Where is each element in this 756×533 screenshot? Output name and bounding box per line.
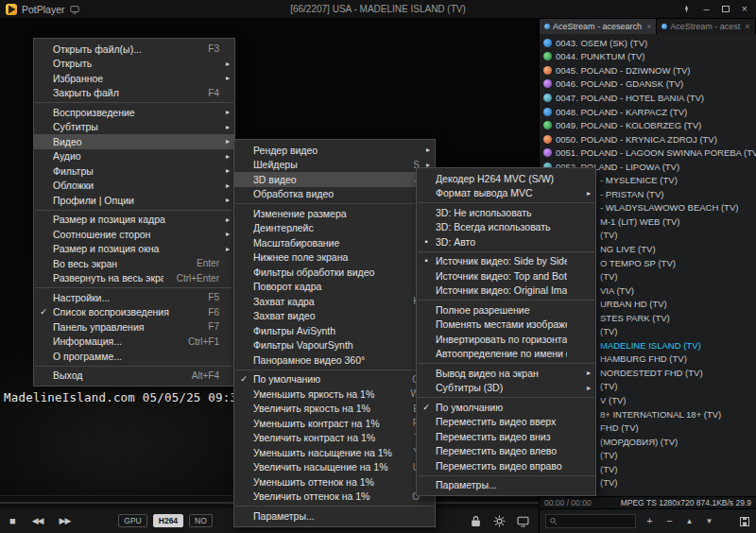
menu-item[interactable]: ✓По умолчаниюQ [234, 372, 435, 387]
menu-item[interactable]: Панорамное видео 360°▸ [234, 352, 435, 368]
menu-item[interactable]: Деинтерлейс▸ [234, 221, 435, 236]
titlebar[interactable]: PotPlayer [66/2207] USA - MADELINE ISLAN… [0, 0, 756, 19]
menu-item[interactable]: ✓Список воспроизведенияF6 [34, 305, 234, 320]
menu-item[interactable]: Фильтры обработки видео▸ [234, 265, 435, 280]
move-up-button[interactable]: ▲ [683, 518, 696, 525]
move-down-button[interactable]: ▼ [703, 518, 715, 525]
control-panel-icon[interactable] [517, 515, 529, 527]
menu-item[interactable]: Субтитры▸ [34, 120, 234, 135]
menu-item[interactable]: Автоопределение по имени файла [417, 347, 595, 362]
menu-item[interactable]: ВыходAlt+F4 [34, 369, 234, 384]
menu-item[interactable]: Вывод видео на экран▸ [417, 366, 595, 381]
menu-item[interactable]: Открыть файл(ы)...F3 [34, 42, 234, 57]
menu-item[interactable]: Увеличить насыщение на 1%U [234, 460, 435, 475]
menu-item[interactable]: Обложки▸ [34, 179, 234, 194]
tab-close-icon[interactable]: × [646, 22, 651, 31]
pin-on-top-icon[interactable] [682, 5, 691, 13]
playlist-search-box[interactable] [545, 514, 636, 528]
menu-item[interactable]: Переместить видео вверх [417, 415, 595, 430]
menu-item[interactable]: Источник видео: Original Image [417, 284, 595, 299]
lock-icon[interactable] [470, 515, 482, 527]
menu-item[interactable]: Фильтры VapourSynth▸ [234, 338, 435, 353]
playlist-tab[interactable]: AceStream - acesearch× [540, 19, 657, 34]
menu-item[interactable]: Субтитры (3D)▸ [417, 381, 595, 396]
menu-item[interactable]: Панель управленияF7 [34, 319, 234, 335]
menu-item-label: Переместить видео вверх [436, 416, 567, 427]
menu-item[interactable]: Захват видео▸ [234, 309, 435, 324]
menu-item[interactable]: Параметры... [234, 508, 435, 524]
menu-item[interactable]: Во весь экранEnter [34, 256, 234, 271]
menu-item[interactable]: Уменьшить оттенок на 1%I [234, 474, 435, 490]
tab-close-icon[interactable]: × [745, 22, 749, 31]
playlist-item[interactable]: 0044. PUNKTUM (TV) [540, 50, 756, 64]
menu-item[interactable]: Увеличить оттенок на 1%O [234, 490, 435, 505]
menu-item[interactable]: Закрыть файлF4 [34, 86, 234, 101]
menu-item[interactable]: Обработка видео▸ [234, 187, 435, 202]
menu-item[interactable]: Декодер H264 MVC (S/W) [417, 171, 595, 186]
playlist-item[interactable]: 0045. POLAND - DZIWNOW (TV) [540, 63, 756, 77]
gear-icon[interactable] [493, 515, 506, 527]
menu-item[interactable]: Источник видео: Top and Bottom [417, 268, 595, 284]
playlist-search-input[interactable] [560, 517, 632, 526]
menu-item[interactable]: Переместить видео влево [417, 444, 595, 459]
menu-item[interactable]: Аудио▸ [34, 149, 234, 164]
playlist-item[interactable]: 0048. POLAND - KARPACZ (TV) [540, 105, 756, 119]
menu-item[interactable]: Размер и позиция окна▸ [34, 242, 234, 257]
playlist-item[interactable]: 0049. POLAND - KOLOBRZEG (TV) [540, 118, 756, 132]
menu-item[interactable]: Уменьшить яркость на 1%W [234, 387, 435, 402]
maximize-button[interactable] [722, 6, 730, 12]
menu-item[interactable]: Захват кадраK▸ [234, 294, 435, 309]
menu-item[interactable]: Размер и позиция кадра▸ [34, 213, 234, 228]
playlist-item[interactable]: 0047. POLAND - HOTEL BANIA (TV) [540, 91, 756, 105]
menu-item[interactable]: Развернуть на весь экранCtrl+Enter [34, 271, 234, 286]
menu-item[interactable]: Информация...Ctrl+F1 [34, 335, 234, 350]
menu-item[interactable]: Поменять местами изображения [417, 318, 595, 333]
menu-item[interactable]: ✓По умолчанию [417, 400, 595, 415]
menu-item[interactable]: Настройки...F5 [34, 290, 234, 305]
menu-item[interactable]: Полное разрешение [417, 302, 595, 318]
menu-item[interactable]: Увеличить контраст на 1%T [234, 431, 435, 446]
playlist-item[interactable]: 0051. POLAND - LAGOON SWINNA POREBA (TV) [540, 146, 756, 160]
menu-item[interactable]: 3D: Всегда использовать [417, 220, 595, 235]
stop-button[interactable]: ■ [9, 516, 16, 526]
menu-item[interactable]: Поворот кадра▸ [234, 280, 435, 295]
menu-item[interactable]: Фильтры AviSynth▸ [234, 323, 435, 338]
menu-item[interactable]: Изменение размера▸ [234, 206, 435, 221]
previous-button[interactable]: ◀◀ [32, 517, 43, 525]
menu-item[interactable]: Уменьшить контраст на 1%R [234, 416, 435, 431]
close-button[interactable]: × [742, 4, 747, 14]
menu-item[interactable]: Масштабирование▸ [234, 235, 435, 250]
menu-item[interactable]: Фильтры▸ [34, 163, 234, 179]
playlist-tab[interactable]: AceStream - acest× [657, 19, 755, 34]
monitor-icon[interactable] [70, 5, 79, 14]
next-button[interactable]: ▶▶ [60, 517, 71, 525]
menu-item[interactable]: 3D видеоJ▸ [234, 172, 435, 187]
menu-item[interactable]: •Источник видео: Side by Side [417, 254, 595, 269]
menu-item[interactable]: О программе... [34, 349, 234, 364]
menu-item[interactable]: 3D: Не использовать [417, 205, 595, 220]
menu-item[interactable]: Параметры... [417, 478, 595, 493]
minimize-button[interactable]: – [703, 4, 709, 14]
menu-item[interactable]: Формат вывода MVC▸ [417, 186, 595, 201]
menu-item[interactable]: Переместить видео вправо [417, 458, 595, 473]
menu-item[interactable]: Увеличить яркость на 1%E [234, 402, 435, 417]
menu-item[interactable]: Уменьшить насыщение на 1%Y [234, 445, 435, 460]
playlist-item[interactable]: 0043. OSEM (SK) (TV) [540, 36, 756, 50]
menu-item[interactable]: Переместить видео вниз [417, 429, 595, 444]
menu-item[interactable]: Избранное▸ [34, 71, 234, 86]
menu-item[interactable]: Видео▸ [34, 134, 234, 149]
remove-item-button[interactable]: − [663, 516, 676, 526]
menu-item[interactable]: Воспроизведение▸ [34, 105, 234, 120]
playlist-item[interactable]: 0050. POLAND - KRYNICA ZDROJ (TV) [540, 132, 756, 146]
menu-item[interactable]: Рендер видео▸ [234, 143, 435, 158]
menu-item[interactable]: Профили | Опции▸ [34, 193, 234, 208]
menu-item[interactable]: Нижнее поле экрана▸ [234, 250, 435, 266]
menu-item[interactable]: •3D: Авто [417, 234, 595, 249]
playlist-item[interactable]: 0046. POLAND - GDANSK (TV) [540, 77, 756, 92]
menu-item[interactable]: Инвертировать по горизонтали [417, 332, 595, 347]
menu-item[interactable]: ШейдерыS▸ [234, 158, 435, 173]
add-item-button[interactable]: + [644, 516, 656, 526]
menu-item[interactable]: Соотношение сторон▸ [34, 227, 234, 242]
save-playlist-button[interactable] [739, 516, 750, 527]
menu-item[interactable]: Открыть▸ [34, 57, 234, 72]
